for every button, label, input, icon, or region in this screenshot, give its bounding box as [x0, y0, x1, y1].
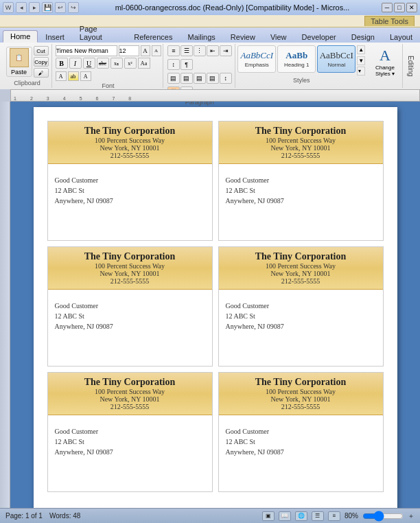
tab-developer[interactable]: Developer: [294, 31, 344, 43]
font-row1: A A: [56, 45, 161, 56]
font-size-input[interactable]: [119, 45, 139, 56]
multilevel-button[interactable]: ⋮: [194, 45, 206, 56]
underline-button[interactable]: U: [83, 58, 95, 69]
undo-icon[interactable]: ↩: [55, 2, 66, 13]
label-card[interactable]: The Tiny Corporation 100 Percent Success…: [218, 372, 384, 492]
increase-font-button[interactable]: A: [141, 45, 150, 56]
style-scroll-down[interactable]: ▼: [357, 56, 365, 65]
minimize-button[interactable]: ─: [382, 3, 393, 12]
label-header: The Tiny Corporation 100 Percent Success…: [48, 247, 212, 290]
decrease-indent-button[interactable]: ⇤: [207, 45, 219, 56]
outline-button[interactable]: ☰: [312, 511, 324, 521]
web-layout-button[interactable]: 🌐: [295, 511, 307, 521]
ruler-mark: 7: [112, 96, 115, 101]
styles-group: AaBbCcI Emphasis AaBb Heading 1 AaBbCcI …: [237, 44, 366, 88]
style-scroll-up[interactable]: ▲: [357, 45, 365, 54]
text-effects-button[interactable]: A: [56, 71, 67, 81]
bold-button[interactable]: B: [56, 58, 68, 69]
tab-view[interactable]: View: [263, 31, 294, 43]
zoom-slider[interactable]: [362, 513, 404, 519]
style-heading1-button[interactable]: AaBb Heading 1: [277, 45, 316, 73]
decrease-font-button[interactable]: A: [152, 45, 161, 56]
format-painter-button[interactable]: 🖌: [34, 68, 49, 78]
ruler-mark: 1: [14, 96, 16, 101]
phone: 212-555-5555: [222, 403, 380, 410]
clear-format-button[interactable]: Aa: [138, 58, 150, 69]
tab-review[interactable]: Review: [223, 31, 263, 43]
label-card[interactable]: The Tiny Corporation 100 Percent Success…: [47, 372, 213, 492]
company-name: The Tiny Corporation: [51, 251, 209, 262]
recipient: Good Customer12 ABC StAnywhere, NJ 09087: [55, 175, 205, 206]
font-name-input[interactable]: [56, 45, 117, 56]
phone: 212-555-5555: [222, 152, 380, 159]
address-line1: 100 Percent Success Way: [222, 388, 380, 395]
address-line2: New York, NY 10001: [222, 270, 380, 277]
back-icon[interactable]: ◂: [16, 2, 27, 13]
numbering-button[interactable]: ☰: [180, 45, 193, 56]
full-reading-button[interactable]: 📖: [279, 511, 291, 521]
window-buttons: ─ □ ✕: [382, 3, 417, 12]
ruler-side-left: [0, 89, 10, 102]
subscript-button[interactable]: x₂: [110, 58, 123, 69]
ruler-container: 1 2 3 4 5 6 7 8: [0, 89, 420, 102]
sort-button[interactable]: ↕: [167, 59, 180, 70]
font-color-button[interactable]: A: [80, 71, 91, 81]
company-name: The Tiny Corporation: [51, 126, 209, 137]
label-body: Good Customer12 ABC StAnywhere, NJ 09087: [223, 168, 379, 209]
bullets-button[interactable]: ≡: [167, 45, 180, 56]
zoom-percent: 80%: [345, 512, 358, 520]
cut-button[interactable]: Cut: [34, 46, 49, 56]
tab-insert[interactable]: Insert: [38, 31, 72, 43]
label-body: Good Customer12 ABC StAnywhere, NJ 09087: [52, 294, 208, 334]
tab-home[interactable]: Home: [3, 30, 38, 43]
address-line1: 100 Percent Success Way: [51, 262, 209, 270]
print-layout-button[interactable]: ▣: [262, 511, 275, 521]
label-card[interactable]: The Tiny Corporation 100 Percent Success…: [218, 121, 384, 241]
label-card[interactable]: The Tiny Corporation 100 Percent Success…: [218, 246, 384, 367]
align-right-button[interactable]: ▤: [194, 73, 206, 84]
align-left-button[interactable]: ▤: [167, 73, 180, 84]
strikethrough-button[interactable]: abc: [97, 58, 109, 69]
recipient: Good Customer12 ABC StAnywhere, NJ 09087: [226, 175, 376, 206]
para-row3: ▤ ▤ ▤ ▤ ↕: [167, 73, 232, 84]
paste-button[interactable]: 📋 Paste: [6, 47, 32, 77]
phone: 212-555-5555: [51, 152, 209, 159]
align-center-button[interactable]: ▤: [180, 73, 193, 84]
show-marks-button[interactable]: ¶: [180, 59, 193, 70]
tab-layout[interactable]: Layout: [382, 31, 420, 43]
tab-references[interactable]: References: [126, 31, 180, 43]
tab-page-layout[interactable]: Page Layout: [72, 23, 126, 43]
line-spacing-button[interactable]: ↕: [220, 73, 232, 84]
close-button[interactable]: ✕: [406, 3, 417, 12]
forward-icon[interactable]: ▸: [29, 2, 40, 13]
label-card[interactable]: The Tiny Corporation 100 Percent Success…: [47, 246, 213, 367]
phone: 212-555-5555: [51, 277, 209, 285]
draft-button[interactable]: ≡: [328, 511, 340, 521]
change-styles-button[interactable]: A ChangeStyles ▾: [371, 45, 399, 78]
style-normal-button[interactable]: AaBbCcI Normal: [317, 45, 355, 73]
tab-mailings[interactable]: Mailings: [180, 31, 222, 43]
emphasis-label: Emphasis: [245, 62, 269, 68]
italic-button[interactable]: I: [69, 58, 82, 69]
superscript-button[interactable]: x²: [124, 58, 137, 69]
restore-button[interactable]: □: [394, 3, 405, 12]
style-more[interactable]: ▾: [357, 67, 365, 75]
recipient: Good Customer12 ABC StAnywhere, NJ 09087: [55, 426, 205, 457]
highlight-button[interactable]: ab: [68, 71, 79, 81]
zoom-in-button[interactable]: ＋: [408, 511, 415, 521]
increase-indent-button[interactable]: ⇥: [220, 45, 232, 56]
save-icon[interactable]: 💾: [42, 2, 53, 13]
style-emphasis-button[interactable]: AaBbCcI Emphasis: [237, 45, 276, 73]
copy-button[interactable]: Copy: [34, 57, 49, 67]
statusbar: Page: 1 of 1 Words: 48 ▣ 📖 🌐 ☰ ≡ 80% ＋: [0, 508, 420, 523]
label-body: Good Customer12 ABC StAnywhere, NJ 09087: [223, 294, 379, 334]
redo-icon[interactable]: ↪: [68, 2, 79, 13]
label-body: Good Customer12 ABC StAnywhere, NJ 09087: [52, 419, 208, 460]
justify-button[interactable]: ▤: [207, 73, 219, 84]
styles-row: AaBbCcI Emphasis AaBb Heading 1 AaBbCcI …: [237, 45, 365, 75]
label-card[interactable]: The Tiny Corporation 100 Percent Success…: [47, 121, 213, 241]
tab-design[interactable]: Design: [344, 31, 382, 43]
address-line2: New York, NY 10001: [51, 144, 209, 152]
emphasis-preview: AaBbCcI: [240, 50, 273, 61]
word-count: Words: 48: [49, 512, 80, 520]
